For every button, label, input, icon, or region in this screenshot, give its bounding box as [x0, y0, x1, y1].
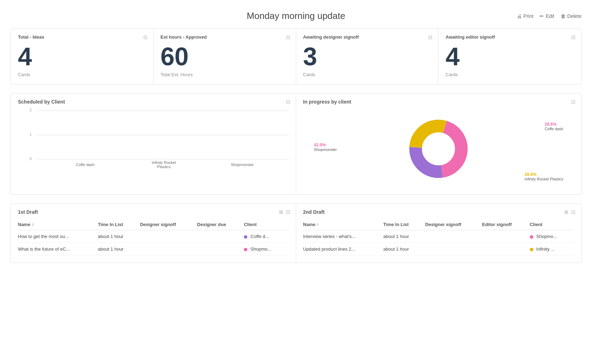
- donut-pct-infinity: 28.6%: [525, 172, 563, 177]
- stat-awaiting-designer-number: 3: [303, 44, 431, 69]
- table2-col-time: Time In List: [383, 219, 425, 230]
- table2: Name ↑ Time In List Designer signoff Edi…: [303, 219, 574, 256]
- table2-row1-name: Interview series - what's...: [303, 230, 384, 243]
- edit-button[interactable]: ✏ Edit: [540, 13, 554, 19]
- stat-total-ideas: Total - Ideas ⊡ 4 Cards: [11, 29, 154, 84]
- table1-col-designer-signoff: Designer signoff: [140, 219, 197, 230]
- table1-panel: 1st Draft ⊞ ⊡ Name ↑ Time In List Design…: [11, 204, 296, 263]
- donut-chart-title: In progress by client: [303, 99, 574, 105]
- donut-chart-panel: In progress by client ⊡ 28.6% Cof: [296, 93, 581, 194]
- table1: Name ↑ Time In List Designer signoff Des…: [18, 219, 289, 256]
- stat-total-ideas-number: 4: [18, 44, 146, 69]
- edit-label: Edit: [546, 13, 554, 19]
- table-row: What is the future of eC... about 1 hour…: [18, 243, 289, 256]
- stat-awaiting-editor-external-icon[interactable]: ⊡: [571, 34, 575, 40]
- stats-row: Total - Ideas ⊡ 4 Cards Est hours - Appr…: [11, 28, 581, 85]
- table1-row2-designer-due: [197, 243, 244, 256]
- print-button[interactable]: 🖨 Print: [517, 13, 534, 19]
- tables-row: 1st Draft ⊞ ⊡ Name ↑ Time In List Design…: [11, 203, 581, 263]
- table2-title: 2nd Draft: [303, 209, 574, 215]
- stat-awaiting-designer: Awaiting designer signoff ⊡ 3 Cards: [296, 29, 439, 84]
- table1-grid-icon[interactable]: ⊞: [279, 209, 283, 215]
- table2-row1-editor-signoff: [482, 230, 530, 243]
- edit-icon: ✏: [540, 13, 544, 19]
- stat-est-hours: Est hours - Approved ⊡ 60 Total Est. Hou…: [154, 29, 296, 84]
- table1-row1-time: about 1 hour: [98, 230, 140, 243]
- table-row: Updated product lines 2... about 1 hour …: [303, 243, 574, 256]
- bar-chart: 2 1 0: [18, 110, 289, 180]
- stat-est-hours-number: 60: [161, 44, 289, 69]
- table2-row2-name: Updated product lines 2...: [303, 243, 384, 256]
- header: Monday morning update 🖨 Print ✏ Edit 🗑 D…: [11, 7, 581, 28]
- stat-est-hours-sublabel: Total Est. Hours: [161, 72, 289, 77]
- table1-row1-designer-signoff: [140, 230, 197, 243]
- donut-client-infinity: Infinity Rocket Plastics: [525, 177, 563, 181]
- stat-total-ideas-sublabel: Cards: [18, 72, 146, 77]
- table1-col-client: Client: [244, 219, 288, 230]
- table2-row1-client: Shopmo...: [530, 230, 574, 243]
- y-label-2: 2: [30, 108, 32, 112]
- page-title: Monday morning update: [247, 11, 345, 21]
- bar-xlabel-infinity: Infinity Rocket Plastics: [150, 160, 178, 169]
- donut-client-shopmonster: Shopmonster: [314, 147, 337, 152]
- table-row: Interview series - what's... about 1 hou…: [303, 230, 574, 243]
- client-dot: [530, 248, 533, 251]
- table2-actions[interactable]: ⊞ ⊡: [564, 209, 575, 215]
- y-label-0: 0: [30, 157, 32, 161]
- table1-row1-name: How to get the most ou...: [18, 230, 98, 243]
- table1-row1-client: Coffe d...: [244, 230, 288, 243]
- table2-grid-icon[interactable]: ⊞: [564, 209, 568, 215]
- table2-row2-designer-signoff: [425, 243, 482, 256]
- table2-row2-time: about 1 hour: [383, 243, 425, 256]
- stat-awaiting-designer-sublabel: Cards: [303, 72, 431, 77]
- stat-awaiting-editor: Awaiting editor signoff ⊡ 4 Cards: [438, 29, 581, 84]
- table1-row2-designer-signoff: [140, 243, 197, 256]
- stat-est-hours-label: Est hours - Approved: [161, 34, 289, 40]
- table1-col-designer-due: Designer due: [197, 219, 244, 230]
- table1-col-time: Time In List: [98, 219, 140, 230]
- y-label-1: 1: [30, 132, 32, 137]
- delete-label: Delete: [567, 13, 581, 19]
- delete-button[interactable]: 🗑 Delete: [561, 13, 581, 19]
- bar-chart-title: Scheduled by Client: [18, 99, 289, 105]
- table1-row2-time: about 1 hour: [98, 243, 140, 256]
- table1-actions[interactable]: ⊞ ⊡: [279, 209, 290, 215]
- donut-pct-coffe-dash: 28.6%: [545, 122, 563, 127]
- table2-col-client: Client: [530, 219, 574, 230]
- print-icon: 🖨: [517, 13, 522, 19]
- table2-col-name: Name ↑: [303, 219, 384, 230]
- donut-client-coffe-dash: Coffe dash: [545, 127, 563, 131]
- stat-awaiting-editor-sublabel: Cards: [445, 72, 574, 77]
- table2-col-designer-signoff: Designer signoff: [425, 219, 482, 230]
- donut-label-shopmonster: 42.9% Shopmonster: [314, 143, 337, 152]
- donut-chart: 28.6% Coffe dash 42.9% Shopmonster 28.6%…: [303, 110, 574, 187]
- table2-panel: 2nd Draft ⊞ ⊡ Name ↑ Time In List Design…: [296, 204, 581, 263]
- table1-row2-name: What is the future of eC...: [18, 243, 98, 256]
- table2-row2-client: Infinity ...: [530, 243, 574, 256]
- table-row: How to get the most ou... about 1 hour C…: [18, 230, 289, 243]
- bar-xlabel-shopmonster: Shopmonster: [228, 163, 256, 167]
- table2-row2-editor-signoff: [482, 243, 530, 256]
- bar-chart-external-icon[interactable]: ⊡: [286, 99, 290, 105]
- print-label: Print: [523, 13, 534, 19]
- donut-chart-external-icon[interactable]: ⊡: [571, 99, 575, 105]
- table1-col-name: Name ↑: [18, 219, 98, 230]
- table2-external-icon[interactable]: ⊡: [571, 209, 575, 215]
- donut-label-infinity: 28.6% Infinity Rocket Plastics: [525, 172, 563, 181]
- stat-est-hours-external-icon[interactable]: ⊡: [286, 34, 290, 40]
- svg-point-3: [425, 135, 452, 162]
- charts-row: Scheduled by Client ⊡ 2 1 0: [11, 93, 581, 195]
- stat-awaiting-editor-label: Awaiting editor signoff: [445, 34, 574, 40]
- bar-chart-panel: Scheduled by Client ⊡ 2 1 0: [11, 93, 296, 194]
- client-dot: [530, 235, 533, 239]
- donut-label-coffe-dash: 28.6% Coffe dash: [545, 122, 563, 131]
- table1-row1-designer-due: [197, 230, 244, 243]
- table1-title: 1st Draft: [18, 209, 289, 215]
- client-dot: [244, 248, 247, 251]
- client-dot: [244, 235, 247, 239]
- stat-total-ideas-external-icon[interactable]: ⊡: [143, 34, 148, 40]
- table1-external-icon[interactable]: ⊡: [286, 209, 290, 215]
- stat-awaiting-designer-external-icon[interactable]: ⊡: [428, 34, 432, 40]
- table2-col-editor-signoff: Editor signoff: [482, 219, 530, 230]
- stat-awaiting-editor-number: 4: [445, 44, 574, 69]
